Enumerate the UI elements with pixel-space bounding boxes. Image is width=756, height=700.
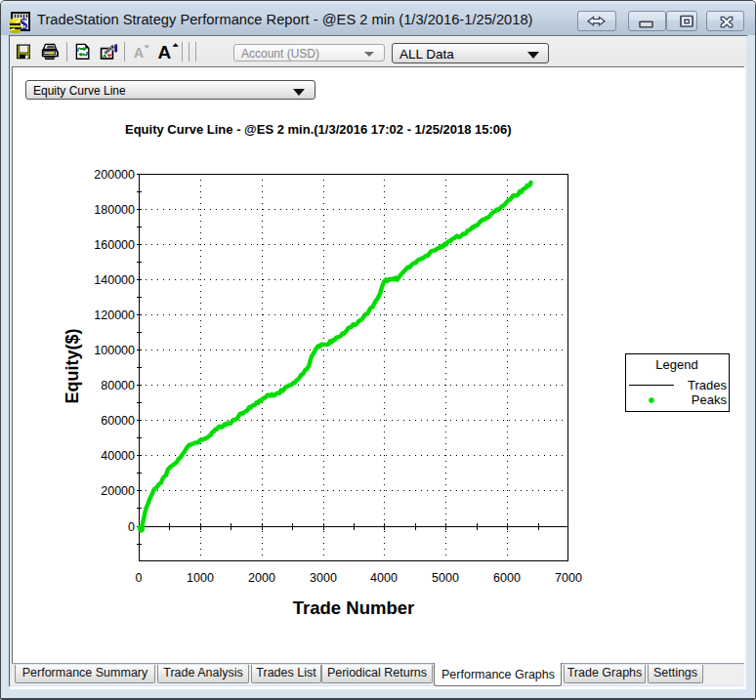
svg-text:20000: 20000 <box>101 484 135 498</box>
svg-text:7000: 7000 <box>555 571 582 585</box>
svg-text:120000: 120000 <box>94 309 135 322</box>
svg-text:2000: 2000 <box>248 571 275 585</box>
svg-text:180000: 180000 <box>94 203 135 217</box>
svg-text:Equity($): Equity($) <box>63 328 82 403</box>
svg-text:3000: 3000 <box>310 571 337 585</box>
svg-text:140000: 140000 <box>94 273 135 287</box>
svg-text:100000: 100000 <box>94 344 135 357</box>
svg-text:Trades: Trades <box>688 378 727 392</box>
svg-text:Legend: Legend <box>655 357 697 372</box>
svg-text:60000: 60000 <box>101 414 135 428</box>
svg-text:0: 0 <box>128 520 135 534</box>
svg-text:80000: 80000 <box>101 379 135 392</box>
svg-text:6000: 6000 <box>493 571 521 585</box>
svg-text:40000: 40000 <box>101 449 135 463</box>
svg-text:160000: 160000 <box>94 238 135 252</box>
svg-text:1000: 1000 <box>187 571 214 585</box>
svg-text:Peaks: Peaks <box>692 392 728 407</box>
svg-text:4000: 4000 <box>370 571 398 585</box>
svg-text:200000: 200000 <box>94 168 135 182</box>
svg-text:0: 0 <box>136 571 143 585</box>
svg-text:Trade Number: Trade Number <box>293 597 414 618</box>
svg-text:5000: 5000 <box>432 571 459 585</box>
